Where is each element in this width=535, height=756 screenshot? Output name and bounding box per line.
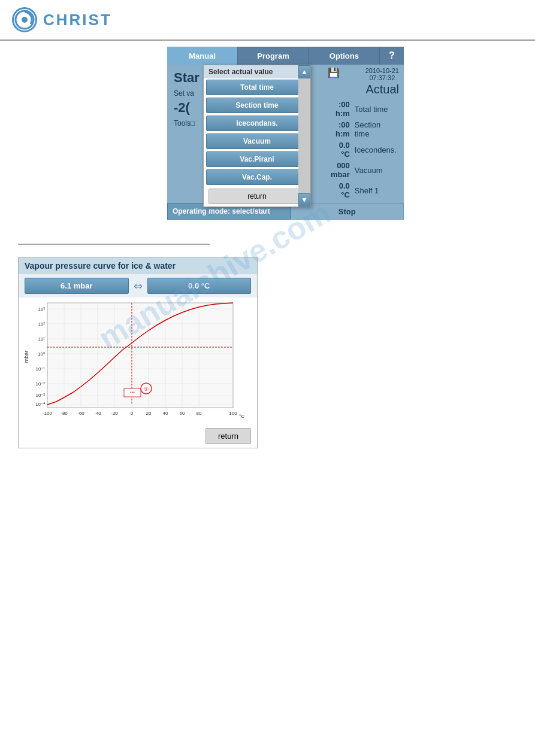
- logo-text: CHRIST: [43, 11, 112, 29]
- table-row: :00 h:m Section time: [328, 119, 399, 139]
- top-ui-panel: Manual Program Options ? Star Set va -2(…: [167, 47, 404, 220]
- icecondans-unit: °C: [341, 150, 350, 159]
- disk-icon: 💾: [328, 67, 340, 78]
- dropdown-popup: Select actual value Total time Section t…: [203, 65, 311, 207]
- svg-text:60: 60: [180, 411, 185, 416]
- table-row: 0.0 °C Shelf 1: [328, 180, 399, 201]
- svg-point-1: [22, 17, 28, 23]
- chart-footer: return: [19, 424, 257, 448]
- left-panel: Star Set va -2( Tools□ Select actual val…: [167, 65, 323, 203]
- svg-text:-40: -40: [94, 411, 101, 416]
- table-row: 000 mbar Vacuum: [328, 160, 399, 180]
- shelf-value: 0.0 °C: [328, 180, 352, 201]
- neg-value: -2(: [174, 100, 190, 116]
- svg-text:20: 20: [146, 411, 152, 416]
- svg-text:-20: -20: [111, 411, 118, 416]
- date-text: 2010-10-21: [365, 67, 399, 74]
- shelf-unit: °C: [341, 190, 350, 199]
- dropdown-title: Select actual value: [204, 65, 310, 78]
- svg-text:10⁰: 10⁰: [38, 351, 45, 357]
- scroll-up-button[interactable]: ▲: [298, 65, 310, 78]
- actual-table: :00 h:m Total time :00 h:m Section time …: [328, 99, 399, 201]
- right-header: 💾 2010-10-21 07:37:32: [328, 67, 399, 81]
- svg-text:10³: 10³: [38, 306, 45, 312]
- header-divider: [0, 40, 535, 41]
- tab-program[interactable]: Program: [238, 47, 309, 65]
- dropdown-item-vac-cap[interactable]: Vac.Cap.: [206, 169, 308, 185]
- chart-title: Vapour pressure curve for ice & water: [19, 257, 257, 274]
- dropdown-item-vacuum[interactable]: Vacuum: [206, 133, 308, 149]
- chart-area: mbar 10³ 10² 10¹ 10⁰ 10⁻¹ 10⁻² 10⁻³ 10⁻⁴…: [19, 297, 257, 424]
- svg-text:10⁻⁴: 10⁻⁴: [35, 402, 45, 407]
- svg-text:-100: -100: [43, 411, 53, 416]
- right-panel: 💾 2010-10-21 07:37:32 Actual :00 h:m Tot…: [323, 65, 404, 203]
- shelf-label: Shelf 1: [352, 180, 399, 201]
- main-area: Star Set va -2( Tools□ Select actual val…: [167, 65, 404, 203]
- dropdown-item-icecondans[interactable]: Icecondans.: [206, 116, 308, 131]
- svg-text:-80: -80: [61, 411, 68, 416]
- svg-text:***: ***: [130, 391, 135, 395]
- actual-title: Actual: [328, 81, 399, 98]
- time-text: 07:37:32: [369, 74, 395, 81]
- total-time-label: Total time: [352, 99, 399, 119]
- tab-manual[interactable]: Manual: [167, 47, 238, 65]
- dropdown-item-vac-pirani[interactable]: Vac.Pirani: [206, 151, 308, 167]
- tab-options[interactable]: Options: [309, 47, 380, 65]
- icecondans-value: 0.0 °C: [328, 139, 352, 160]
- total-time-unit: h:m: [335, 109, 350, 118]
- icecondans-label: Icecondens.: [352, 139, 399, 160]
- chart-link-icon: ⇔: [134, 280, 143, 293]
- dropdown-item-total-time[interactable]: Total time: [206, 80, 308, 95]
- chart-panel: Vapour pressure curve for ice & water 6.…: [18, 257, 258, 448]
- dropdown-list: Total time Section time Icecondans. Vacu…: [204, 78, 310, 207]
- section-divider: [18, 244, 210, 245]
- svg-text:100: 100: [229, 411, 237, 416]
- tab-bar: Manual Program Options ?: [167, 47, 404, 65]
- chart-temp-button[interactable]: 0.0 °C: [147, 278, 252, 294]
- chart-return-button[interactable]: return: [205, 428, 251, 444]
- header: CHRIST: [0, 0, 535, 40]
- svg-text:0: 0: [131, 411, 134, 416]
- start-label: Star: [174, 70, 200, 86]
- svg-text:40: 40: [163, 411, 168, 416]
- chart-controls: 6.1 mbar ⇔ 0.0 °C: [19, 274, 257, 297]
- dropdown-return-button[interactable]: return: [208, 189, 306, 204]
- section-time-label: Section time: [352, 119, 399, 139]
- svg-text:10⁻³: 10⁻³: [35, 393, 45, 398]
- svg-text:°C: °C: [239, 414, 244, 419]
- table-row: 0.0 °C Icecondens.: [328, 139, 399, 160]
- section-time-value: :00 h:m: [328, 119, 352, 139]
- svg-text:10²: 10²: [38, 321, 45, 327]
- svg-text:80: 80: [197, 411, 202, 416]
- chart-mbar-button[interactable]: 6.1 mbar: [25, 278, 129, 294]
- dropdown-item-section-time[interactable]: Section time: [206, 98, 308, 113]
- section-time-unit: h:m: [335, 129, 350, 138]
- svg-text:10⁻²: 10⁻²: [35, 381, 45, 387]
- chart-svg: mbar 10³ 10² 10¹ 10⁰ 10⁻¹ 10⁻² 10⁻³ 10⁻⁴…: [23, 300, 245, 420]
- svg-text:①: ①: [144, 386, 149, 392]
- table-row: :00 h:m Total time: [328, 99, 399, 119]
- vacuum-label: Vacuum: [352, 160, 399, 180]
- tools-label: Tools□: [174, 119, 195, 127]
- dropdown-scrollbar: ▲ ▼: [298, 65, 310, 207]
- logo-icon: [12, 7, 37, 32]
- scroll-thumb: [298, 78, 310, 193]
- scroll-down-button[interactable]: ▼: [298, 193, 310, 207]
- svg-text:10⁻¹: 10⁻¹: [35, 366, 45, 372]
- vacuum-value: 000 mbar: [328, 160, 352, 180]
- svg-text:10¹: 10¹: [38, 336, 45, 342]
- total-time-value: :00 h:m: [328, 99, 352, 119]
- tab-question[interactable]: ?: [380, 47, 404, 65]
- svg-text:-60: -60: [77, 411, 84, 416]
- vacuum-unit: mbar: [331, 170, 350, 179]
- datetime-block: 2010-10-21 07:37:32: [365, 67, 399, 81]
- svg-text:mbar: mbar: [23, 351, 29, 363]
